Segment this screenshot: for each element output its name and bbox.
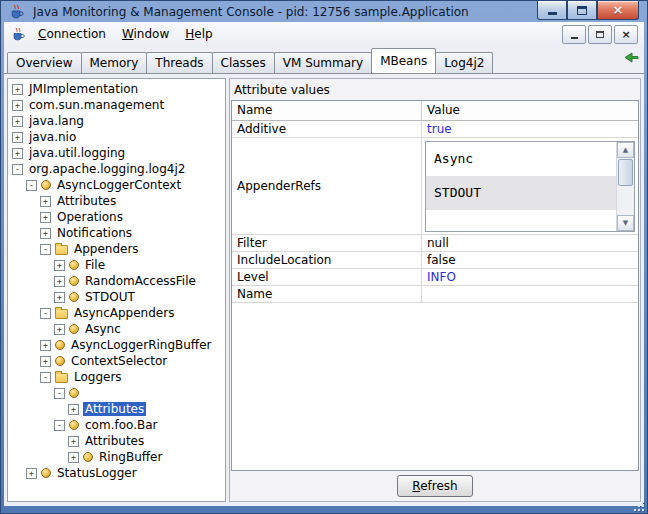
tree-node-operations[interactable]: +Operations xyxy=(8,209,225,225)
tab-overview[interactable]: Overview xyxy=(7,52,82,73)
tree-node-statuslogger[interactable]: +StatusLogger xyxy=(8,465,225,481)
expand-toggle-icon[interactable]: + xyxy=(40,228,51,239)
attr-value-cell[interactable] xyxy=(422,286,638,302)
menu-help[interactable]: Help xyxy=(177,24,220,44)
menu-window[interactable]: Window xyxy=(114,24,177,44)
tree-node-label: Operations xyxy=(55,210,125,224)
collapse-toggle-icon[interactable]: - xyxy=(40,244,51,255)
mdi-controls: × xyxy=(562,25,640,44)
close-button[interactable]: × xyxy=(597,1,639,20)
attr-value-cell[interactable]: false xyxy=(422,252,638,268)
tree-node-attributes[interactable]: +Attributes xyxy=(8,401,225,417)
tab-vm-summary[interactable]: VM Summary xyxy=(274,52,372,73)
expand-toggle-icon[interactable]: + xyxy=(40,212,51,223)
tree-node-notifications[interactable]: +Notifications xyxy=(8,225,225,241)
collapse-toggle-icon[interactable]: - xyxy=(40,372,51,383)
tree-node-contextselector[interactable]: +ContextSelector xyxy=(8,353,225,369)
expand-toggle-icon[interactable]: + xyxy=(54,276,65,287)
tree-node-jmimplementation[interactable]: +JMImplementation xyxy=(8,81,225,97)
scroll-down-icon[interactable]: ▼ xyxy=(617,215,634,231)
refresh-button[interactable]: Refresh xyxy=(397,475,472,497)
minimize-icon xyxy=(571,37,578,39)
tab-log4j2[interactable]: Log4j2 xyxy=(435,52,493,73)
menu-items: ConnectionWindowHelp xyxy=(30,24,221,44)
tab-memory[interactable]: Memory xyxy=(81,52,148,73)
collapse-toggle-icon[interactable]: - xyxy=(26,180,37,191)
restore-icon xyxy=(596,31,604,38)
tree-node-async[interactable]: +Async xyxy=(8,321,225,337)
tree-node-asyncloggercontext[interactable]: -AsyncLoggerContext xyxy=(8,177,225,193)
tree-node-ringbuffer[interactable]: +RingBuffer xyxy=(8,449,225,465)
appender-refs-list: AsyncSTDOUT▲▼ xyxy=(425,141,635,232)
expand-toggle-icon[interactable]: + xyxy=(40,356,51,367)
window-title: Java Monitoring & Management Console - p… xyxy=(33,5,469,19)
tab-threads[interactable]: Threads xyxy=(146,52,212,73)
mbean-icon xyxy=(41,180,51,190)
attr-value-cell[interactable]: AsyncSTDOUT▲▼ xyxy=(422,138,638,234)
expand-toggle-icon[interactable]: + xyxy=(68,404,79,415)
attr-value-cell[interactable]: true xyxy=(422,121,638,137)
list-item-stdout[interactable]: STDOUT xyxy=(426,176,617,210)
resize-grip[interactable] xyxy=(633,500,645,512)
expand-toggle-icon[interactable]: + xyxy=(12,84,23,95)
frame-close-button[interactable]: × xyxy=(614,25,638,44)
expand-toggle-icon[interactable]: + xyxy=(54,260,65,271)
tree-node-label: Attributes xyxy=(55,194,118,208)
tree-node-asyncappenders[interactable]: -AsyncAppenders xyxy=(8,305,225,321)
tree-node-org-apache-logging-log4j2[interactable]: -org.apache.logging.log4j2 xyxy=(8,161,225,177)
expand-toggle-icon[interactable]: + xyxy=(68,452,79,463)
tree-node-java-nio[interactable]: +java.nio xyxy=(8,129,225,145)
collapse-toggle-icon[interactable]: - xyxy=(12,164,23,175)
scroll-up-icon[interactable]: ▲ xyxy=(617,142,634,158)
tree-node-java-lang[interactable]: +java.lang xyxy=(8,113,225,129)
tree-node-loggers[interactable]: -Loggers xyxy=(8,369,225,385)
tree-node-attributes[interactable]: +Attributes xyxy=(8,433,225,449)
list-item-async[interactable]: Async xyxy=(426,142,617,176)
expand-toggle-icon[interactable]: + xyxy=(54,324,65,335)
expand-toggle-icon[interactable]: + xyxy=(12,116,23,127)
menu-connection[interactable]: Connection xyxy=(30,24,114,44)
scrollbar-thumb[interactable] xyxy=(618,159,633,186)
minimize-button[interactable] xyxy=(537,1,567,20)
expand-toggle-icon[interactable]: + xyxy=(40,340,51,351)
tree-node-com-foo-bar[interactable]: -com.foo.Bar xyxy=(8,417,225,433)
mbean-tree: +JMImplementation+com.sun.management+jav… xyxy=(7,78,226,502)
tree-node-root-logger[interactable]: - xyxy=(8,385,225,401)
tree-node-label: Attributes xyxy=(83,434,146,448)
expand-toggle-icon[interactable]: + xyxy=(12,132,23,143)
column-header-value[interactable]: Value xyxy=(422,101,638,120)
collapse-toggle-icon[interactable]: - xyxy=(54,388,65,399)
collapse-toggle-icon[interactable]: - xyxy=(54,420,65,431)
tree-node-java-util-logging[interactable]: +java.util.logging xyxy=(8,145,225,161)
tree-node-appenders[interactable]: -Appenders xyxy=(8,241,225,257)
tree-node-asyncloggerringbuffer[interactable]: +AsyncLoggerRingBuffer xyxy=(8,337,225,353)
expand-toggle-icon[interactable]: + xyxy=(12,100,23,111)
tree-node-label: AsyncAppenders xyxy=(72,306,176,320)
tree-node-label: Loggers xyxy=(72,370,124,384)
expand-toggle-icon[interactable]: + xyxy=(54,292,65,303)
attr-row-name: Name xyxy=(232,286,638,303)
tree-node-label: Attributes xyxy=(83,402,146,416)
tab-bar: OverviewMemoryThreadsClassesVM SummaryMB… xyxy=(4,46,644,73)
frame-minimize-button[interactable] xyxy=(562,25,586,44)
maximize-button[interactable] xyxy=(567,1,597,20)
expand-toggle-icon[interactable]: + xyxy=(68,436,79,447)
list-scrollbar[interactable]: ▲▼ xyxy=(616,142,634,231)
expand-toggle-icon[interactable]: + xyxy=(12,148,23,159)
tree-node-attributes[interactable]: +Attributes xyxy=(8,193,225,209)
attr-value-cell[interactable]: INFO xyxy=(422,269,638,285)
titlebar[interactable]: Java Monitoring & Management Console - p… xyxy=(1,1,647,22)
tab-mbeans[interactable]: MBeans xyxy=(371,48,436,73)
tree-node-label: RingBuffer xyxy=(97,450,164,464)
tab-classes[interactable]: Classes xyxy=(212,52,275,73)
collapse-toggle-icon[interactable]: - xyxy=(40,308,51,319)
expand-toggle-icon[interactable]: + xyxy=(40,196,51,207)
tree-node-com-sun-management[interactable]: +com.sun.management xyxy=(8,97,225,113)
column-header-name[interactable]: Name xyxy=(232,101,422,120)
tree-node-randomaccessfile[interactable]: +RandomAccessFile xyxy=(8,273,225,289)
expand-toggle-icon[interactable]: + xyxy=(26,468,37,479)
attr-value-cell[interactable]: null xyxy=(422,235,638,251)
tree-node-stdout[interactable]: +STDOUT xyxy=(8,289,225,305)
frame-restore-button[interactable] xyxy=(588,25,612,44)
tree-node-file[interactable]: +File xyxy=(8,257,225,273)
